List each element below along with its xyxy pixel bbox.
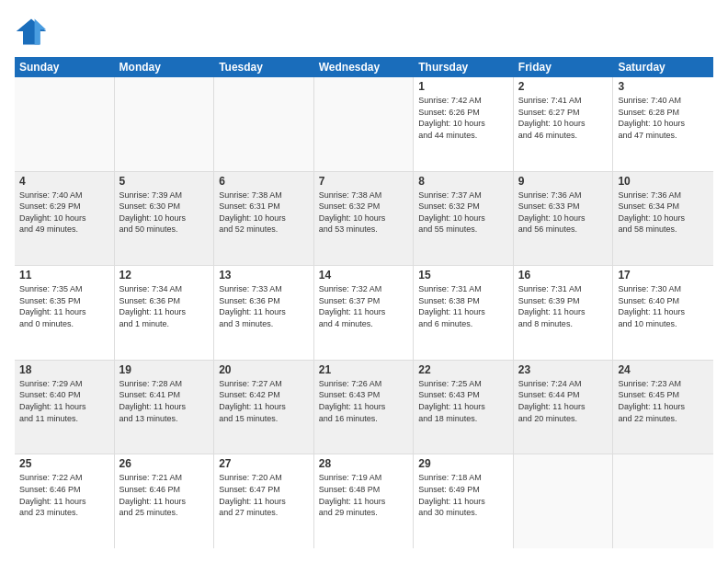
cal-cell-1-4 — [314, 77, 415, 171]
header — [15, 15, 713, 48]
cal-cell-5-4: 28Sunrise: 7:19 AMSunset: 6:48 PMDayligh… — [314, 454, 415, 548]
cal-cell-4-6: 23Sunrise: 7:24 AMSunset: 6:44 PMDayligh… — [514, 361, 614, 454]
cell-info: Sunrise: 7:24 AMSunset: 6:44 PMDaylight:… — [518, 378, 609, 424]
day-header-wednesday: Wednesday — [314, 57, 415, 77]
day-number: 17 — [618, 269, 709, 282]
cal-cell-1-1 — [15, 77, 115, 171]
cell-info: Sunrise: 7:32 AMSunset: 6:37 PMDaylight:… — [319, 283, 409, 329]
cal-cell-5-5: 29Sunrise: 7:18 AMSunset: 6:49 PMDayligh… — [414, 454, 514, 548]
calendar-body: 1Sunrise: 7:42 AMSunset: 6:26 PMDaylight… — [15, 77, 713, 548]
day-header-tuesday: Tuesday — [214, 57, 314, 77]
cell-info: Sunrise: 7:41 AMSunset: 6:27 PMDaylight:… — [518, 95, 609, 141]
cal-cell-4-1: 18Sunrise: 7:29 AMSunset: 6:40 PMDayligh… — [15, 361, 115, 454]
cal-cell-5-1: 25Sunrise: 7:22 AMSunset: 6:46 PMDayligh… — [15, 454, 115, 548]
day-number: 2 — [518, 80, 609, 93]
cal-cell-2-6: 9Sunrise: 7:36 AMSunset: 6:33 PMDaylight… — [514, 172, 614, 266]
day-header-sunday: Sunday — [15, 57, 115, 77]
day-number: 23 — [518, 363, 609, 376]
cell-info: Sunrise: 7:25 AMSunset: 6:43 PMDaylight:… — [418, 378, 508, 424]
day-number: 19 — [119, 363, 210, 376]
day-number: 24 — [618, 363, 709, 376]
cal-week-4: 18Sunrise: 7:29 AMSunset: 6:40 PMDayligh… — [15, 361, 713, 455]
cal-cell-4-7: 24Sunrise: 7:23 AMSunset: 6:45 PMDayligh… — [613, 361, 713, 454]
day-number: 10 — [618, 175, 709, 188]
calendar-header: SundayMondayTuesdayWednesdayThursdayFrid… — [15, 57, 713, 77]
day-number: 20 — [219, 363, 309, 376]
cal-cell-4-5: 22Sunrise: 7:25 AMSunset: 6:43 PMDayligh… — [414, 361, 514, 454]
cell-info: Sunrise: 7:38 AMSunset: 6:31 PMDaylight:… — [219, 190, 309, 236]
cell-info: Sunrise: 7:22 AMSunset: 6:46 PMDaylight:… — [19, 472, 109, 518]
day-number: 9 — [518, 175, 609, 188]
cell-info: Sunrise: 7:18 AMSunset: 6:49 PMDaylight:… — [418, 472, 508, 518]
cal-cell-3-1: 11Sunrise: 7:35 AMSunset: 6:35 PMDayligh… — [15, 266, 115, 360]
cell-info: Sunrise: 7:35 AMSunset: 6:35 PMDaylight:… — [19, 283, 109, 329]
cell-info: Sunrise: 7:34 AMSunset: 6:36 PMDaylight:… — [119, 283, 210, 329]
cal-cell-3-3: 13Sunrise: 7:33 AMSunset: 6:36 PMDayligh… — [214, 266, 314, 360]
cal-cell-1-2 — [115, 77, 215, 171]
cell-info: Sunrise: 7:40 AMSunset: 6:28 PMDaylight:… — [618, 95, 709, 141]
cal-cell-2-7: 10Sunrise: 7:36 AMSunset: 6:34 PMDayligh… — [613, 172, 713, 266]
cal-cell-2-5: 8Sunrise: 7:37 AMSunset: 6:32 PMDaylight… — [414, 172, 514, 266]
cell-info: Sunrise: 7:36 AMSunset: 6:33 PMDaylight:… — [518, 190, 609, 236]
cal-week-2: 4Sunrise: 7:40 AMSunset: 6:29 PMDaylight… — [15, 172, 713, 267]
day-number: 6 — [219, 175, 309, 188]
cell-info: Sunrise: 7:30 AMSunset: 6:40 PMDaylight:… — [618, 283, 709, 329]
cell-info: Sunrise: 7:39 AMSunset: 6:30 PMDaylight:… — [119, 190, 210, 236]
cal-cell-3-4: 14Sunrise: 7:32 AMSunset: 6:37 PMDayligh… — [314, 266, 415, 360]
cal-week-3: 11Sunrise: 7:35 AMSunset: 6:35 PMDayligh… — [15, 266, 713, 361]
cell-info: Sunrise: 7:36 AMSunset: 6:34 PMDaylight:… — [618, 190, 709, 236]
day-number: 14 — [319, 269, 409, 282]
cal-week-5: 25Sunrise: 7:22 AMSunset: 6:46 PMDayligh… — [15, 454, 713, 548]
cal-cell-3-5: 15Sunrise: 7:31 AMSunset: 6:38 PMDayligh… — [414, 266, 514, 360]
day-header-saturday: Saturday — [613, 57, 713, 77]
cal-week-1: 1Sunrise: 7:42 AMSunset: 6:26 PMDaylight… — [15, 77, 713, 172]
cell-info: Sunrise: 7:23 AMSunset: 6:45 PMDaylight:… — [618, 378, 709, 424]
cal-cell-1-3 — [214, 77, 314, 171]
day-number: 25 — [19, 457, 109, 470]
cell-info: Sunrise: 7:21 AMSunset: 6:46 PMDaylight:… — [119, 472, 210, 518]
day-number: 1 — [418, 80, 508, 93]
cell-info: Sunrise: 7:20 AMSunset: 6:47 PMDaylight:… — [219, 472, 309, 518]
cal-cell-1-6: 2Sunrise: 7:41 AMSunset: 6:27 PMDaylight… — [514, 77, 614, 171]
day-number: 29 — [418, 457, 508, 470]
cell-info: Sunrise: 7:27 AMSunset: 6:42 PMDaylight:… — [219, 378, 309, 424]
day-number: 16 — [518, 269, 609, 282]
cal-cell-4-3: 20Sunrise: 7:27 AMSunset: 6:42 PMDayligh… — [214, 361, 314, 454]
page: SundayMondayTuesdayWednesdayThursdayFrid… — [0, 0, 728, 563]
day-number: 15 — [418, 269, 508, 282]
cell-info: Sunrise: 7:37 AMSunset: 6:32 PMDaylight:… — [418, 190, 508, 236]
day-number: 18 — [19, 363, 109, 376]
day-number: 26 — [119, 457, 210, 470]
cell-info: Sunrise: 7:38 AMSunset: 6:32 PMDaylight:… — [319, 190, 409, 236]
cell-info: Sunrise: 7:40 AMSunset: 6:29 PMDaylight:… — [19, 190, 109, 236]
cal-cell-4-2: 19Sunrise: 7:28 AMSunset: 6:41 PMDayligh… — [115, 361, 215, 454]
cal-cell-1-5: 1Sunrise: 7:42 AMSunset: 6:26 PMDaylight… — [414, 77, 514, 171]
day-number: 8 — [418, 175, 508, 188]
cell-info: Sunrise: 7:31 AMSunset: 6:39 PMDaylight:… — [518, 283, 609, 329]
cal-cell-3-2: 12Sunrise: 7:34 AMSunset: 6:36 PMDayligh… — [115, 266, 215, 360]
day-number: 28 — [319, 457, 409, 470]
cal-cell-3-7: 17Sunrise: 7:30 AMSunset: 6:40 PMDayligh… — [613, 266, 713, 360]
day-number: 7 — [319, 175, 409, 188]
cell-info: Sunrise: 7:31 AMSunset: 6:38 PMDaylight:… — [418, 283, 508, 329]
day-number: 27 — [219, 457, 309, 470]
cal-cell-1-7: 3Sunrise: 7:40 AMSunset: 6:28 PMDaylight… — [613, 77, 713, 171]
cal-cell-2-2: 5Sunrise: 7:39 AMSunset: 6:30 PMDaylight… — [115, 172, 215, 266]
cell-info: Sunrise: 7:33 AMSunset: 6:36 PMDaylight:… — [219, 283, 309, 329]
calendar: SundayMondayTuesdayWednesdayThursdayFrid… — [15, 57, 713, 548]
cell-info: Sunrise: 7:28 AMSunset: 6:41 PMDaylight:… — [119, 378, 210, 424]
cal-cell-2-3: 6Sunrise: 7:38 AMSunset: 6:31 PMDaylight… — [214, 172, 314, 266]
cal-cell-5-7 — [613, 454, 713, 548]
cal-cell-4-4: 21Sunrise: 7:26 AMSunset: 6:43 PMDayligh… — [314, 361, 415, 454]
cal-cell-5-3: 27Sunrise: 7:20 AMSunset: 6:47 PMDayligh… — [214, 454, 314, 548]
day-header-friday: Friday — [514, 57, 614, 77]
day-number: 22 — [418, 363, 508, 376]
logo-icon — [15, 15, 48, 48]
day-number: 21 — [319, 363, 409, 376]
logo — [15, 15, 51, 48]
cell-info: Sunrise: 7:26 AMSunset: 6:43 PMDaylight:… — [319, 378, 409, 424]
cal-cell-5-6 — [514, 454, 614, 548]
cal-cell-3-6: 16Sunrise: 7:31 AMSunset: 6:39 PMDayligh… — [514, 266, 614, 360]
day-number: 4 — [19, 175, 109, 188]
day-number: 12 — [119, 269, 210, 282]
